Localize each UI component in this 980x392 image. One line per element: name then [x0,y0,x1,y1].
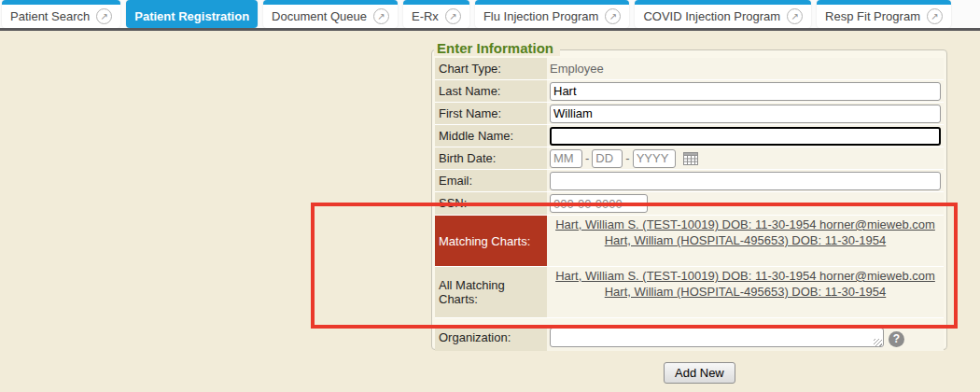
tab-label: Patient Search [10,9,90,23]
open-new-window-icon[interactable]: ↗ [605,8,621,24]
tab-label: Patient Registration [134,9,249,23]
date-separator: - [585,151,589,165]
row-all-matching-charts: All Matching Charts: Hart, William S. (T… [435,267,944,318]
form-legend: Enter Information [434,40,560,56]
tab-patient-registration[interactable]: Patient Registration [126,0,258,28]
matching-chart-link[interactable]: Hart, William S. (TEST-10019) DOB: 11-30… [555,217,935,232]
last-name-label: Last Name: [435,80,547,102]
middle-name-input[interactable] [550,127,941,146]
open-new-window-icon[interactable]: ↗ [927,8,943,24]
row-birth-date: Birth Date: - - [435,147,944,170]
tab-label: Flu Injection Program [483,9,599,23]
tab-patient-search[interactable]: Patient Search ↗ [2,0,120,28]
form-rows: Chart Type: Employee Last Name: First Na… [435,58,944,351]
add-new-button[interactable]: Add New [664,362,735,384]
help-icon[interactable]: ? [889,331,904,347]
tabbar-divider [0,28,980,31]
email-label: Email: [435,170,547,191]
tab-label: COVID Injection Program [643,9,780,23]
tab-label: Resp Fit Program [825,9,920,23]
chart-type-label: Chart Type: [435,58,547,79]
row-ssn: SSN: [435,192,944,216]
tab-label: E-Rx [412,9,439,23]
middle-name-label: Middle Name: [435,125,547,147]
first-name-input[interactable] [550,105,941,123]
enter-information-fieldset: Chart Type: Employee Last Name: First Na… [431,49,947,350]
matching-chart-link[interactable]: Hart, William (HOSPITAL-495653) DOB: 11-… [605,284,887,300]
tab-covid-injection-program[interactable]: COVID Injection Program ↗ [635,0,811,28]
tab-resp-fit-program[interactable]: Resp Fit Program ↗ [817,0,951,28]
email-input[interactable] [550,172,941,190]
open-new-window-icon[interactable]: ↗ [787,8,803,24]
birth-day-input[interactable] [592,149,623,168]
matching-charts-label: Matching Charts: [435,216,547,266]
tab-label: Document Queue [272,9,367,23]
first-name-label: First Name: [435,103,547,124]
all-matching-charts-label: All Matching Charts: [435,267,547,317]
tab-bar: Patient Search ↗ Patient Registration Do… [0,0,980,28]
organization-input[interactable] [550,328,884,347]
row-chart-type: Chart Type: Employee [435,58,944,80]
open-new-window-icon[interactable]: ↗ [373,8,389,24]
last-name-input[interactable] [550,82,941,101]
chart-type-value: Employee [550,62,604,76]
matching-chart-link[interactable]: Hart, William (HOSPITAL-495653) DOB: 11-… [605,232,887,248]
row-spacer [435,318,944,327]
ssn-input[interactable] [550,194,648,213]
open-new-window-icon[interactable]: ↗ [445,8,461,24]
ssn-label: SSN: [435,192,547,215]
row-email: Email: [435,170,944,192]
birth-year-input[interactable] [633,149,676,168]
matching-chart-link[interactable]: Hart, William S. (TEST-10019) DOB: 11-30… [555,268,935,284]
row-organization: Organization: ? [435,327,944,351]
date-separator: - [625,151,629,165]
tab-flu-injection-program[interactable]: Flu Injection Program ↗ [475,0,630,28]
organization-label: Organization: [435,327,547,351]
row-middle-name: Middle Name: [435,125,944,147]
tab-document-queue[interactable]: Document Queue ↗ [263,0,398,28]
row-matching-charts: Matching Charts: Hart, William S. (TEST-… [435,216,944,267]
row-last-name: Last Name: [435,80,944,103]
calendar-icon[interactable] [683,151,698,165]
birth-month-input[interactable] [550,149,582,168]
tab-e-rx[interactable]: E-Rx ↗ [403,0,469,28]
open-new-window-icon[interactable]: ↗ [96,8,112,24]
birth-date-label: Birth Date: [435,147,547,169]
row-first-name: First Name: [435,103,944,125]
